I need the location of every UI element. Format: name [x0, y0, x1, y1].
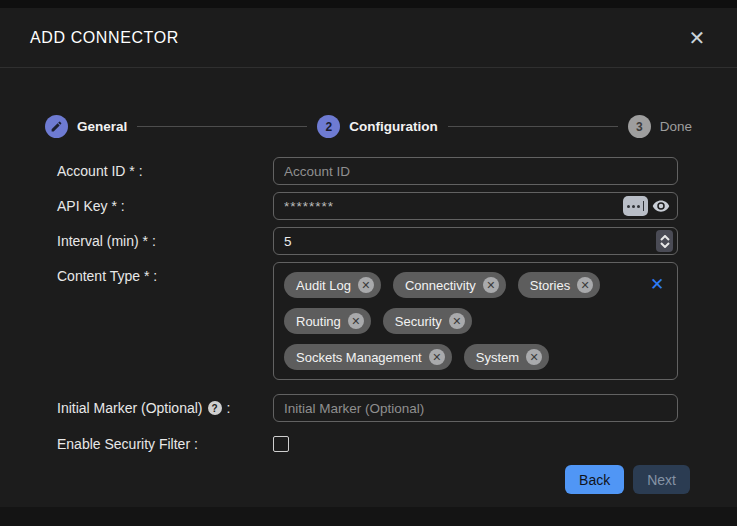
- next-button[interactable]: Next: [633, 465, 690, 494]
- content-type-chip: Routing✕: [284, 308, 371, 334]
- content-type-chip: Stories✕: [518, 272, 600, 298]
- initial-marker-row: Initial Marker (Optional) ? :: [57, 394, 678, 422]
- content-type-chip: Sockets Management✕: [284, 344, 452, 370]
- content-type-chip: Security✕: [383, 308, 472, 334]
- page-bottom-strip: [0, 507, 737, 526]
- chip-label: Audit Log: [296, 278, 351, 293]
- clear-all-icon[interactable]: ✕: [645, 272, 669, 296]
- page-background: ADD CONNECTOR ✕ General 2 Configuration …: [0, 0, 737, 526]
- content-type-chip: Connectivity✕: [393, 272, 506, 298]
- api-key-label: API Key * :: [57, 198, 273, 214]
- interval-row: Interval (min) * :: [57, 227, 678, 255]
- chip-remove-icon[interactable]: ✕: [358, 277, 374, 293]
- security-filter-label: Enable Security Filter :: [57, 436, 273, 452]
- step-done-label: Done: [660, 119, 692, 134]
- api-key-input[interactable]: [273, 192, 678, 220]
- step-general-circle: [45, 115, 68, 138]
- chip-label: Routing: [296, 314, 341, 329]
- initial-marker-label: Initial Marker (Optional) ? :: [57, 400, 273, 416]
- stepper-connector-line: [137, 126, 307, 127]
- content-type-chip: System✕: [464, 344, 549, 370]
- chevron-up-icon: [660, 235, 670, 241]
- initial-marker-input[interactable]: [273, 394, 678, 422]
- content-type-multiselect[interactable]: Audit Log✕Connectivity✕Stories✕Routing✕S…: [273, 262, 678, 380]
- chevron-down-icon: [660, 242, 670, 248]
- chip-remove-icon[interactable]: ✕: [449, 313, 465, 329]
- account-id-input[interactable]: [273, 157, 678, 185]
- chip-label: Security: [395, 314, 442, 329]
- chip-remove-icon[interactable]: ✕: [348, 313, 364, 329]
- autofill-icon[interactable]: [623, 196, 648, 216]
- close-icon[interactable]: ✕: [683, 24, 711, 52]
- pencil-icon: [50, 120, 63, 133]
- content-type-chips: Audit Log✕Connectivity✕Stories✕Routing✕S…: [284, 272, 639, 370]
- chip-remove-icon[interactable]: ✕: [526, 349, 542, 365]
- chip-label: Stories: [530, 278, 570, 293]
- step-done: 3 Done: [628, 115, 692, 138]
- step-general[interactable]: General: [45, 115, 127, 138]
- eye-icon[interactable]: [651, 196, 671, 216]
- stepper: General 2 Configuration 3 Done: [45, 115, 692, 138]
- dialog-header: ADD CONNECTOR ✕: [0, 8, 737, 68]
- number-stepper[interactable]: [656, 230, 673, 252]
- stepper-connector-line: [448, 126, 618, 127]
- account-id-label: Account ID * :: [57, 163, 273, 179]
- add-connector-dialog: ADD CONNECTOR ✕ General 2 Configuration …: [0, 8, 737, 507]
- step-done-circle: 3: [628, 115, 651, 138]
- chip-label: Sockets Management: [296, 350, 422, 365]
- help-icon[interactable]: ?: [208, 401, 222, 415]
- step-configuration-circle: 2: [317, 115, 340, 138]
- interval-label: Interval (min) * :: [57, 233, 273, 249]
- initial-marker-label-text: Initial Marker (Optional): [57, 400, 203, 416]
- chip-remove-icon[interactable]: ✕: [577, 277, 593, 293]
- chip-label: Connectivity: [405, 278, 476, 293]
- chip-remove-icon[interactable]: ✕: [429, 349, 445, 365]
- account-id-row: Account ID * :: [57, 157, 678, 185]
- step-configuration[interactable]: 2 Configuration: [317, 115, 437, 138]
- chip-label: System: [476, 350, 519, 365]
- configuration-form: Account ID * : API Key * :: [0, 138, 737, 465]
- step-configuration-label: Configuration: [349, 119, 437, 134]
- step-general-label: General: [77, 119, 127, 134]
- interval-input[interactable]: [273, 227, 678, 255]
- security-filter-row: Enable Security Filter :: [57, 430, 678, 458]
- initial-marker-colon: :: [227, 400, 231, 416]
- content-type-chip: Audit Log✕: [284, 272, 381, 298]
- back-button[interactable]: Back: [565, 465, 624, 494]
- api-key-row: API Key * :: [57, 192, 678, 220]
- dialog-title: ADD CONNECTOR: [30, 29, 179, 47]
- content-type-row: Content Type * : Audit Log✕Connectivity✕…: [57, 262, 678, 380]
- security-filter-checkbox[interactable]: [273, 436, 289, 452]
- chip-remove-icon[interactable]: ✕: [483, 277, 499, 293]
- content-type-label: Content Type * :: [57, 262, 273, 284]
